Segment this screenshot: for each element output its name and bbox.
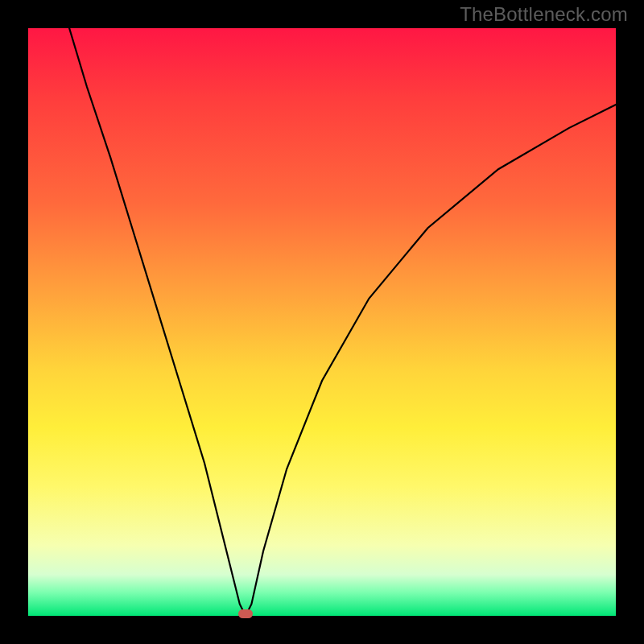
plot-area [28, 28, 616, 616]
watermark-text: TheBottleneck.com [460, 3, 628, 26]
optimum-marker [238, 609, 253, 618]
bottleneck-curve [28, 28, 616, 616]
chart-frame: TheBottleneck.com [0, 0, 644, 644]
